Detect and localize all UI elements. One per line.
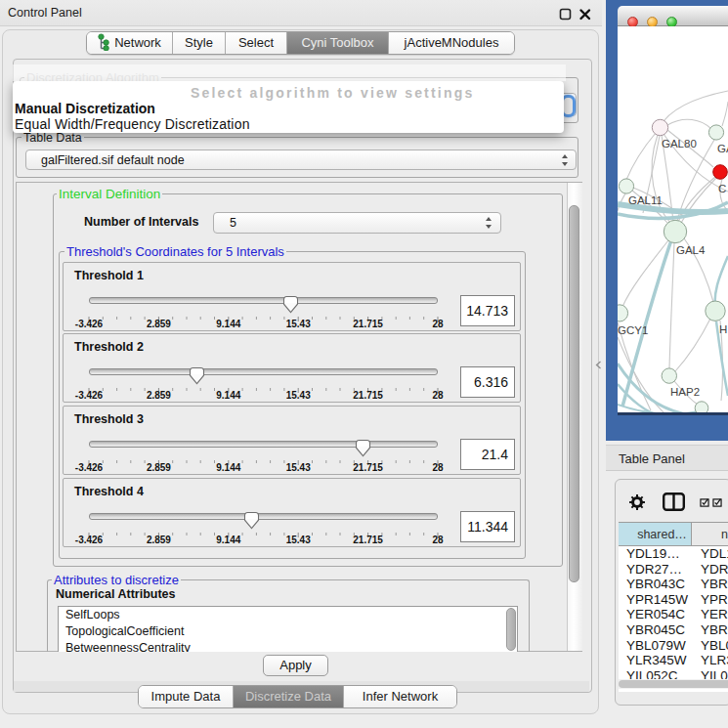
svg-text:GA: GA <box>717 143 728 154</box>
svg-text:HAP2: HAP2 <box>670 386 700 398</box>
svg-text:GAL11: GAL11 <box>628 194 663 206</box>
svg-text:GAL80: GAL80 <box>662 138 697 150</box>
svg-text:H: H <box>719 323 727 335</box>
svg-text:C: C <box>718 183 726 194</box>
svg-text:GAL4: GAL4 <box>676 244 706 256</box>
svg-text:GCY1: GCY1 <box>618 324 648 336</box>
